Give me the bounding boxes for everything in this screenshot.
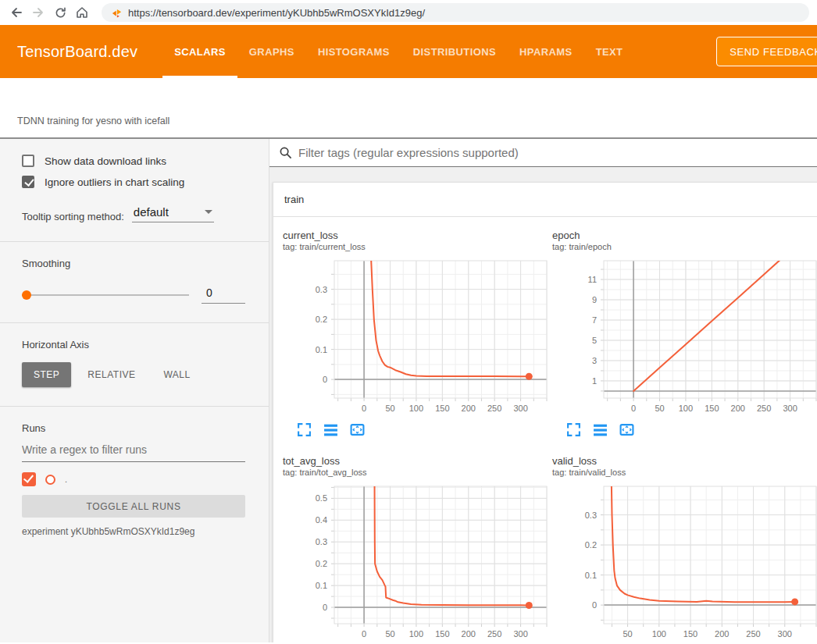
- tab-bar: SCALARS GRAPHS HISTOGRAMS DISTRIBUTIONS …: [162, 25, 634, 78]
- svg-text:200: 200: [715, 629, 729, 639]
- brand-title: TensorBoard.dev: [17, 43, 137, 61]
- tooltip-sorting-label: Tooltip sorting method:: [22, 211, 124, 222]
- chart-title: current_loss: [283, 229, 552, 241]
- chart-card: tot_avg_loss tag: train/tot_avg_loss 050…: [283, 455, 552, 642]
- svg-text:150: 150: [705, 404, 719, 413]
- chart-title: valid_loss: [552, 455, 817, 467]
- home-icon[interactable]: [73, 4, 91, 21]
- page: https://tensorboard.dev/experiment/yKUbh…: [0, 0, 817, 644]
- svg-text:300: 300: [778, 629, 792, 639]
- horizontal-axis-buttons: STEP RELATIVE WALL: [22, 362, 245, 387]
- tooltip-sorting-row: Tooltip sorting method: default: [22, 205, 245, 222]
- svg-text:0: 0: [323, 375, 327, 384]
- svg-text:150: 150: [435, 404, 449, 413]
- svg-text:300: 300: [513, 404, 527, 413]
- axis-step-button[interactable]: STEP: [22, 362, 71, 387]
- chart-plot[interactable]: 0501001502002503001357911: [552, 257, 817, 418]
- show-download-links-checkbox[interactable]: [22, 155, 34, 167]
- expand-chart-icon[interactable]: [566, 422, 582, 438]
- show-download-links-checkbox-row[interactable]: Show data download links: [22, 155, 245, 167]
- chart-plot[interactable]: 5010015020025030000.10.20.3: [552, 482, 817, 642]
- ignore-outliers-checkbox[interactable]: [22, 176, 34, 188]
- tag-group-header[interactable]: train: [273, 183, 817, 217]
- sidebar-section-runs: Runs . TOGGLE ALL RUNS experiment yKUbhb…: [0, 407, 269, 556]
- app-bar: TensorBoard.dev SCALARS GRAPHS HISTOGRAM…: [0, 25, 817, 78]
- svg-text:0.3: 0.3: [585, 511, 597, 520]
- tab-distributions[interactable]: DISTRIBUTIONS: [401, 25, 508, 78]
- toggle-all-runs-button[interactable]: TOGGLE ALL RUNS: [22, 495, 245, 518]
- expand-chart-icon[interactable]: [297, 422, 312, 438]
- sidebar: Show data download links Ignore outliers…: [0, 139, 269, 642]
- svg-text:50: 50: [623, 629, 632, 639]
- smoothing-slider[interactable]: [22, 294, 189, 296]
- smoothing-value[interactable]: 0: [202, 286, 245, 304]
- reload-icon[interactable]: [52, 4, 69, 21]
- svg-text:0.1: 0.1: [585, 571, 597, 580]
- tab-text[interactable]: TEXT: [584, 25, 635, 78]
- tab-scalars[interactable]: SCALARS: [162, 25, 237, 78]
- svg-text:0.2: 0.2: [585, 540, 597, 550]
- svg-text:0.1: 0.1: [316, 345, 327, 354]
- svg-text:0.5: 0.5: [316, 493, 327, 503]
- svg-text:7: 7: [592, 315, 597, 325]
- chart-title: tot_avg_loss: [283, 455, 552, 467]
- send-feedback-button[interactable]: SEND FEEDBACK: [716, 37, 817, 66]
- chart-card: epoch tag: train/epoch 05010015020025030…: [552, 229, 817, 438]
- svg-text:0.4: 0.4: [316, 515, 327, 525]
- tooltip-sorting-dropdown[interactable]: default: [132, 205, 214, 222]
- tab-graphs[interactable]: GRAPHS: [237, 25, 306, 78]
- smoothing-slider-thumb[interactable]: [22, 290, 31, 300]
- chevron-down-icon: [205, 210, 212, 218]
- svg-text:50: 50: [385, 629, 394, 639]
- svg-text:1: 1: [592, 376, 597, 386]
- svg-text:5: 5: [592, 336, 597, 345]
- fit-domain-icon[interactable]: [350, 422, 366, 438]
- run-checkbox[interactable]: [22, 472, 36, 486]
- svg-text:0.2: 0.2: [316, 559, 327, 568]
- tensorboard-favicon-icon: [111, 7, 123, 19]
- svg-text:250: 250: [487, 629, 501, 639]
- svg-text:250: 250: [487, 404, 501, 413]
- svg-text:150: 150: [683, 629, 697, 639]
- main-panel: train current_loss tag: train/current_lo…: [269, 139, 817, 642]
- tag-group-card: train current_loss tag: train/current_lo…: [273, 182, 817, 642]
- chart-actions: [297, 422, 552, 438]
- experiment-title-row: TDNN training for yesno with icefall: [0, 78, 817, 139]
- fit-domain-icon[interactable]: [619, 422, 635, 438]
- svg-text:0.3: 0.3: [316, 285, 327, 294]
- url-bar[interactable]: https://tensorboard.dev/experiment/yKUbh…: [102, 3, 809, 22]
- runs-filter-input[interactable]: [22, 439, 245, 462]
- charts-grid: current_loss tag: train/current_loss 050…: [273, 217, 817, 642]
- chart-card: current_loss tag: train/current_loss 050…: [283, 229, 552, 438]
- svg-text:250: 250: [757, 404, 771, 413]
- browser-chrome: https://tensorboard.dev/experiment/yKUbh…: [0, 0, 817, 25]
- svg-text:11: 11: [588, 275, 597, 284]
- chart-plot[interactable]: 05010015020025030000.10.20.3: [283, 257, 548, 418]
- run-color-swatch-icon: [45, 475, 55, 485]
- tooltip-sorting-value: default: [134, 205, 169, 219]
- tab-histograms[interactable]: HISTOGRAMS: [306, 25, 401, 78]
- svg-text:3: 3: [592, 356, 597, 365]
- chart-tag: tag: train/current_loss: [283, 242, 552, 251]
- sidebar-section-horizontal-axis: Horizontal Axis STEP RELATIVE WALL: [0, 323, 269, 407]
- back-icon[interactable]: [8, 4, 25, 21]
- forward-icon[interactable]: [30, 4, 47, 21]
- chart-tag: tag: train/epoch: [552, 242, 817, 251]
- axis-wall-button[interactable]: WALL: [152, 362, 202, 387]
- log-scale-icon[interactable]: [593, 422, 608, 438]
- chart-plot[interactable]: 05010015020025030000.10.20.30.40.5: [283, 482, 548, 642]
- axis-relative-button[interactable]: RELATIVE: [76, 362, 147, 387]
- run-list-item[interactable]: .: [22, 472, 245, 486]
- sidebar-section-smoothing: Smoothing 0: [0, 242, 269, 323]
- svg-text:0.3: 0.3: [316, 537, 327, 546]
- svg-text:200: 200: [462, 629, 476, 639]
- svg-text:50: 50: [385, 404, 394, 413]
- log-scale-icon[interactable]: [323, 422, 339, 438]
- run-name: .: [65, 475, 67, 484]
- tab-hparams[interactable]: HPARAMS: [508, 25, 584, 78]
- svg-text:0.2: 0.2: [316, 315, 327, 324]
- ignore-outliers-checkbox-row[interactable]: Ignore outliers in chart scaling: [22, 176, 245, 188]
- sidebar-section-general: Show data download links Ignore outliers…: [0, 139, 269, 242]
- filter-tags-input[interactable]: [298, 146, 817, 159]
- svg-text:9: 9: [592, 295, 597, 304]
